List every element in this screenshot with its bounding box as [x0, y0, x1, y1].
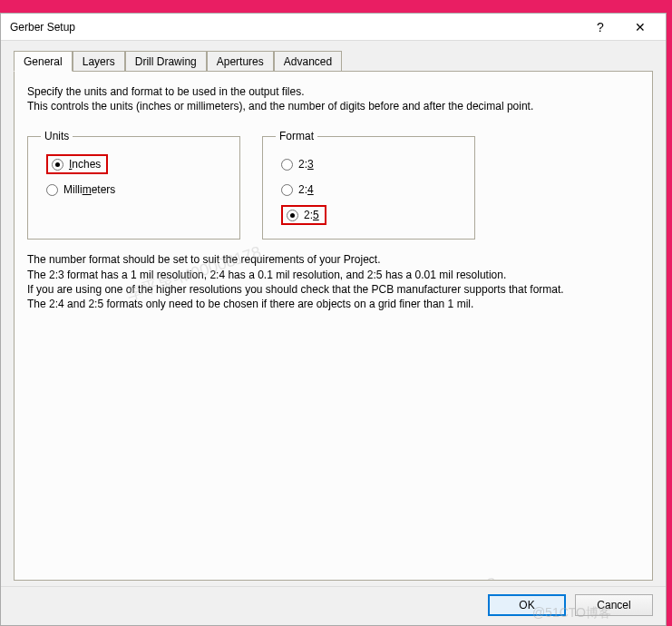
intro-text: Specify the units and format to be used … [27, 84, 639, 113]
watermark-text: 李平泉-M00008178 [359, 572, 500, 581]
format-radio-2-3[interactable]: 2:3 [276, 152, 462, 177]
ok-button[interactable]: OK [488, 594, 566, 616]
close-button[interactable]: ✕ [620, 15, 660, 40]
radio-label: 2:4 [298, 183, 314, 196]
window-title: Gerber Setup [10, 21, 580, 34]
tab-strip: General Layers Drill Drawing Apertures A… [14, 50, 653, 71]
units-group: Units Inches Millimeters [27, 130, 240, 240]
dialog-window: Gerber Setup ? ✕ General Layers Drill Dr… [0, 13, 667, 626]
notes-text: The number format should be set to suit … [27, 252, 571, 311]
tab-panel-general: 李平泉-M00008178 李平泉-M00008178 Specify the … [14, 71, 653, 581]
notes-line: The number format should be set to suit … [27, 253, 381, 266]
dialog-button-row: OK Cancel [1, 586, 666, 625]
units-legend: Units [41, 130, 73, 142]
radio-icon [52, 159, 63, 171]
content-area: General Layers Drill Drawing Apertures A… [1, 41, 666, 586]
cancel-button[interactable]: Cancel [575, 594, 653, 616]
radio-icon [287, 210, 298, 221]
format-group: Format 2:3 2:4 2:5 [262, 130, 475, 240]
radio-label: Inches [69, 158, 101, 171]
format-radio-2-4[interactable]: 2:4 [276, 177, 462, 202]
radio-label: Millimeters [63, 183, 115, 196]
tab-advanced[interactable]: Advanced [274, 51, 342, 72]
units-radio-inches[interactable]: Inches [41, 152, 227, 177]
tab-general[interactable]: General [14, 51, 73, 72]
help-button[interactable]: ? [580, 15, 620, 40]
radio-label: 2:5 [304, 209, 319, 221]
notes-line: The 2:4 and 2:5 formats only need to be … [27, 298, 473, 310]
tab-apertures[interactable]: Apertures [207, 51, 274, 72]
intro-line: Specify the units and format to be used … [27, 85, 305, 98]
tab-drill-drawing[interactable]: Drill Drawing [125, 51, 207, 72]
format-legend: Format [276, 130, 317, 142]
notes-line: If you are using one of the higher resol… [27, 283, 564, 296]
tab-layers[interactable]: Layers [73, 51, 125, 72]
units-radio-millimeters[interactable]: Millimeters [41, 177, 227, 202]
radio-icon [46, 184, 58, 196]
titlebar: Gerber Setup ? ✕ [1, 14, 666, 41]
notes-line: The 2:3 format has a 1 mil resolution, 2… [27, 269, 506, 281]
format-radio-2-5[interactable]: 2:5 [276, 202, 462, 228]
intro-line: This controls the units (inches or milli… [27, 100, 533, 112]
radio-label: 2:3 [298, 158, 314, 171]
radio-icon [281, 184, 293, 196]
radio-icon [281, 159, 293, 171]
